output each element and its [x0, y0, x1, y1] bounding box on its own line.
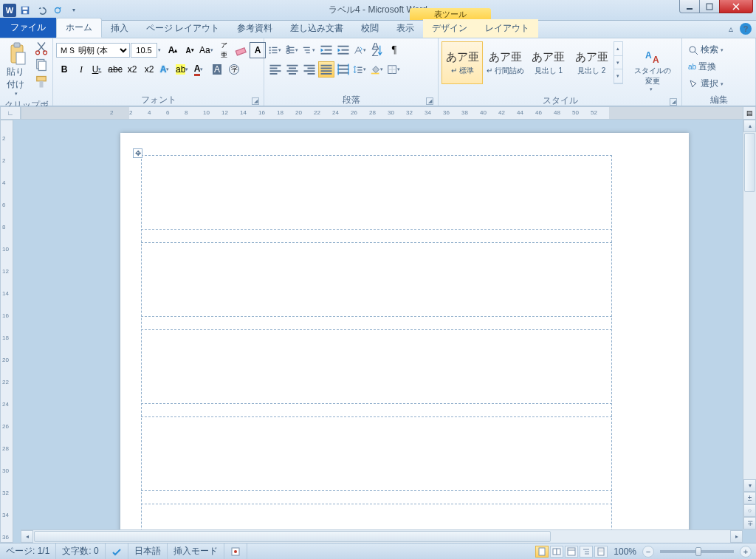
view-full-screen-button[interactable]: [550, 546, 563, 558]
minimize-ribbon-icon[interactable]: ▵: [725, 23, 737, 35]
status-language[interactable]: 日本語: [128, 543, 168, 559]
vertical-scrollbar[interactable]: ▴ ▾ ± ○ ∓: [743, 120, 756, 529]
table-move-handle-icon[interactable]: ✥: [133, 148, 142, 158]
browse-prev-icon[interactable]: ±: [743, 492, 756, 504]
scroll-right-icon[interactable]: ▸: [730, 530, 743, 543]
tab-home[interactable]: ホーム: [56, 18, 102, 38]
horizontal-ruler[interactable]: 2246810121416182022242628303234363840424…: [21, 106, 756, 120]
strikethrough-button[interactable]: abc: [107, 61, 123, 78]
tab-mailings[interactable]: 差し込み文書: [281, 19, 352, 38]
ruler-corner[interactable]: ∟: [0, 106, 21, 120]
horizontal-scrollbar[interactable]: ◂ ▸: [21, 529, 743, 543]
close-button[interactable]: [719, 0, 753, 13]
zoom-level[interactable]: 100%: [614, 546, 636, 557]
tab-review[interactable]: 校閲: [352, 19, 388, 38]
tab-file[interactable]: ファイル: [0, 18, 56, 38]
highlight-button[interactable]: ab▾: [175, 61, 191, 78]
font-name-select[interactable]: ＭＳ 明朝 (本: [56, 43, 130, 58]
tab-table-design[interactable]: デザイン: [423, 19, 476, 38]
scroll-thumb[interactable]: [744, 133, 755, 192]
status-macro[interactable]: [224, 543, 247, 559]
font-size-dd-icon[interactable]: ▾: [158, 47, 164, 53]
zoom-slider-thumb[interactable]: [695, 547, 701, 556]
scroll-up-icon[interactable]: ▴: [743, 120, 756, 132]
style-no-spacing[interactable]: あア亜↵ 行間詰め: [484, 41, 526, 84]
format-painter-button[interactable]: [33, 74, 49, 90]
tab-references[interactable]: 参考資料: [228, 19, 281, 38]
styles-launcher-icon[interactable]: ◢: [670, 98, 677, 106]
find-button[interactable]: 検索▾: [685, 42, 729, 58]
style-heading1[interactable]: あア亜見出し 1: [528, 41, 569, 84]
decrease-indent-button[interactable]: [318, 42, 334, 58]
align-center-button[interactable]: [284, 61, 300, 78]
font-size-input[interactable]: [131, 43, 157, 58]
numbering-button[interactable]: 123▾: [284, 42, 300, 58]
font-color-button[interactable]: A▾: [192, 61, 208, 78]
undo-icon[interactable]: [34, 3, 49, 18]
paragraph-launcher-icon[interactable]: ◢: [426, 97, 433, 105]
align-right-button[interactable]: [301, 61, 317, 78]
status-word-count[interactable]: 文字数: 0: [56, 543, 105, 559]
minimize-button[interactable]: [679, 0, 700, 13]
character-shading-button[interactable]: A: [209, 61, 225, 78]
asian-layout-button[interactable]: ▾: [352, 42, 368, 58]
grow-font-button[interactable]: A▴: [165, 42, 181, 58]
style-gallery-more-icon[interactable]: ▾: [614, 69, 622, 83]
paste-button[interactable]: 貼り付け ▾: [3, 40, 32, 99]
align-left-button[interactable]: [267, 61, 284, 78]
distributed-button[interactable]: [335, 61, 351, 78]
line-spacing-button[interactable]: ▾: [352, 61, 368, 78]
borders-button[interactable]: ▾: [386, 61, 402, 78]
show-marks-button[interactable]: ¶: [386, 42, 402, 58]
save-icon[interactable]: [18, 3, 32, 18]
character-border-button[interactable]: A: [250, 42, 266, 58]
underline-button[interactable]: U▾: [90, 61, 106, 78]
view-print-layout-button[interactable]: [535, 546, 549, 558]
zoom-out-button[interactable]: −: [642, 546, 654, 558]
justify-button[interactable]: [318, 61, 334, 78]
style-scroll-down-icon[interactable]: ▾: [614, 56, 622, 70]
change-case-button[interactable]: Aa▾: [199, 42, 215, 58]
subscript-button[interactable]: x2: [124, 61, 140, 78]
select-button[interactable]: 選択▾: [685, 76, 729, 92]
italic-button[interactable]: I: [73, 61, 89, 78]
browse-next-icon[interactable]: ∓: [743, 517, 756, 529]
status-page[interactable]: ページ: 1/1: [0, 543, 56, 559]
shrink-font-button[interactable]: A▾: [182, 42, 198, 58]
bullets-button[interactable]: ▾: [267, 42, 284, 58]
view-draft-button[interactable]: [594, 546, 608, 558]
multilevel-list-button[interactable]: ▾: [301, 42, 317, 58]
status-proofing[interactable]: [106, 543, 128, 559]
sort-button[interactable]: AZ: [369, 42, 385, 58]
shading-button[interactable]: ▾: [369, 61, 385, 78]
style-heading2[interactable]: あア亜見出し 2: [571, 41, 612, 84]
status-insert-mode[interactable]: 挿入モード: [168, 543, 224, 559]
maximize-button[interactable]: [699, 0, 720, 13]
replace-button[interactable]: ab置換: [685, 59, 719, 75]
bold-button[interactable]: B: [56, 61, 72, 78]
enclose-characters-button[interactable]: 字: [226, 61, 242, 78]
scroll-down-icon[interactable]: ▾: [743, 479, 756, 492]
font-launcher-icon[interactable]: ◢: [252, 97, 259, 105]
document-area[interactable]: ✥: [21, 120, 756, 543]
hscroll-thumb[interactable]: [34, 531, 551, 542]
redo-icon[interactable]: [50, 3, 65, 18]
scroll-left-icon[interactable]: ◂: [21, 530, 33, 543]
label-table[interactable]: ✥: [141, 155, 612, 543]
view-web-layout-button[interactable]: [565, 546, 578, 558]
vertical-ruler[interactable]: 224681012141618202224262830323436: [0, 120, 13, 543]
view-outline-button[interactable]: [580, 546, 593, 558]
increase-indent-button[interactable]: [335, 42, 351, 58]
change-styles-button[interactable]: AA スタイルの変更 ▾: [628, 41, 678, 95]
superscript-button[interactable]: x2: [141, 61, 157, 78]
style-scroll-up-icon[interactable]: ▴: [614, 42, 622, 56]
tab-view[interactable]: 表示: [388, 19, 423, 38]
text-effects-button[interactable]: A▾: [158, 61, 174, 78]
zoom-slider[interactable]: [660, 550, 734, 553]
tab-table-layout[interactable]: レイアウト: [476, 19, 538, 38]
copy-button[interactable]: [33, 57, 49, 73]
phonetic-guide-button[interactable]: ア亜: [216, 42, 232, 58]
style-normal[interactable]: あア亜↵ 標準: [441, 41, 483, 84]
tab-insert[interactable]: 挿入: [102, 19, 137, 38]
browse-object-icon[interactable]: ○: [743, 504, 756, 517]
